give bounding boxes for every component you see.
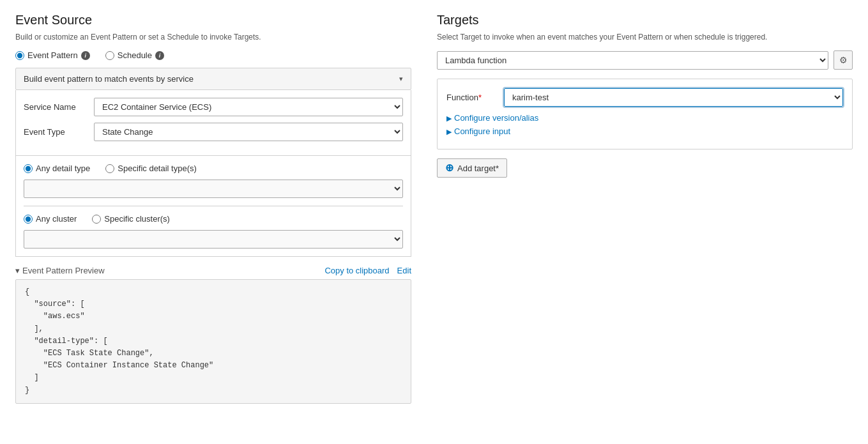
settings-button[interactable]: ⚙: [834, 50, 853, 70]
preview-collapse-icon: ▾: [15, 266, 20, 275]
add-icon: ⊕: [445, 163, 453, 173]
event-source-title: Event Source: [15, 13, 411, 27]
cluster-select-row: [24, 230, 403, 249]
detail-type-select-row: [24, 180, 403, 198]
event-type-label: Event Type: [24, 127, 94, 137]
schedule-radio-label[interactable]: Schedule i: [105, 50, 164, 60]
target-type-select[interactable]: Lambda function: [437, 51, 828, 70]
specific-cluster-radio[interactable]: [92, 215, 101, 224]
collapsible-label: Build event pattern to match events by s…: [24, 74, 194, 84]
specific-detail-radio[interactable]: [105, 164, 114, 173]
targets-panel: Targets Select Target to invoke when an …: [437, 13, 853, 404]
function-select[interactable]: karim-test: [504, 88, 843, 107]
event-pattern-preview-section: ▾ Event Pattern Preview Copy to clipboar…: [15, 266, 411, 404]
any-cluster-radio-label[interactable]: Any cluster: [24, 214, 77, 224]
source-type-radio-group: Event Pattern i Schedule i: [15, 50, 411, 60]
event-pattern-label: Event Pattern: [27, 50, 78, 60]
any-detail-label: Any detail type: [36, 164, 90, 173]
event-source-subtitle: Build or customize an Event Pattern or s…: [15, 33, 411, 42]
preview-actions: Copy to clipboard Edit: [324, 266, 411, 275]
any-detail-radio-label[interactable]: Any detail type: [24, 164, 90, 173]
any-detail-radio[interactable]: [24, 164, 33, 173]
configure-input-arrow-icon: ▶: [446, 128, 452, 135]
cluster-select[interactable]: [24, 230, 403, 249]
preview-title-row: ▾ Event Pattern Preview: [15, 266, 105, 275]
event-pattern-radio-label[interactable]: Event Pattern i: [15, 50, 90, 60]
schedule-radio[interactable]: [105, 51, 114, 60]
add-target-button[interactable]: ⊕ Add target*: [437, 158, 507, 178]
detail-type-select[interactable]: [24, 180, 403, 198]
specific-cluster-radio-label[interactable]: Specific cluster(s): [92, 214, 170, 224]
configure-version-arrow-icon: ▶: [446, 114, 452, 122]
schedule-info-icon[interactable]: i: [155, 51, 164, 60]
specific-detail-radio-label[interactable]: Specific detail type(s): [105, 164, 197, 173]
gear-icon: ⚙: [839, 55, 848, 65]
detail-type-section: Any detail type Specific detail type(s) …: [15, 156, 411, 257]
target-type-row: Lambda function ⚙: [437, 50, 853, 70]
cluster-radio-group: Any cluster Specific cluster(s): [24, 214, 403, 224]
specific-cluster-label: Specific cluster(s): [104, 214, 170, 224]
event-source-panel: Event Source Build or customize an Event…: [15, 13, 411, 404]
detail-type-radio-group: Any detail type Specific detail type(s): [24, 164, 403, 173]
function-row: Function* karim-test: [446, 88, 843, 107]
schedule-label: Schedule: [118, 50, 152, 60]
event-type-select[interactable]: State Change: [94, 123, 403, 141]
edit-link[interactable]: Edit: [397, 266, 411, 275]
event-pattern-info-icon[interactable]: i: [81, 51, 90, 60]
target-config-box: Function* karim-test ▶Configure version/…: [437, 79, 853, 149]
targets-subtitle: Select Target to invoke when an event ma…: [437, 33, 853, 42]
any-cluster-radio[interactable]: [24, 215, 33, 224]
build-event-pattern-header[interactable]: Build event pattern to match events by s…: [15, 68, 411, 90]
service-name-row: Service Name EC2 Container Service (ECS): [24, 98, 403, 116]
configure-version-link[interactable]: ▶Configure version/alias: [446, 113, 843, 123]
specific-detail-label: Specific detail type(s): [118, 164, 197, 173]
event-type-row: Event Type State Change: [24, 123, 403, 141]
add-target-label: Add target*: [457, 164, 499, 173]
configure-input-link[interactable]: ▶Configure input: [446, 126, 843, 136]
targets-title: Targets: [437, 13, 853, 27]
service-name-select[interactable]: EC2 Container Service (ECS): [94, 98, 403, 116]
event-pattern-radio[interactable]: [15, 51, 24, 60]
code-preview: { "source": [ "aws.ecs" ], "detail-type"…: [15, 279, 411, 404]
collapsible-chevron-icon: ▾: [399, 75, 403, 83]
function-required-indicator: *: [478, 93, 482, 102]
preview-title-label: Event Pattern Preview: [22, 266, 105, 275]
function-label: Function*: [446, 93, 504, 102]
any-cluster-label: Any cluster: [36, 214, 77, 224]
section-divider: [24, 206, 403, 206]
preview-header: ▾ Event Pattern Preview Copy to clipboar…: [15, 266, 411, 275]
copy-to-clipboard-link[interactable]: Copy to clipboard: [324, 266, 389, 275]
service-name-label: Service Name: [24, 102, 94, 112]
event-form: Service Name EC2 Container Service (ECS)…: [15, 90, 411, 156]
